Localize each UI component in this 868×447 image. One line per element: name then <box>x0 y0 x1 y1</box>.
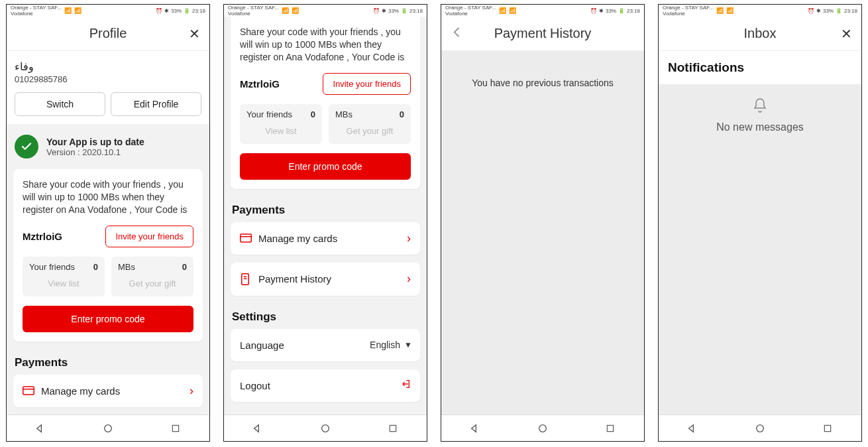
manage-cards-item[interactable]: Manage my cards › <box>231 222 420 255</box>
svg-marker-17 <box>689 424 694 432</box>
svg-point-3 <box>105 424 112 432</box>
edit-profile-button[interactable]: Edit Profile <box>111 92 201 116</box>
language-value: English <box>370 340 400 350</box>
svg-point-18 <box>757 424 764 432</box>
screen-profile: Orange - STAY SAF... Vodafone 📶 📶 ⏰ ✱ 33… <box>6 4 210 442</box>
receipt-icon <box>240 273 258 285</box>
app-version-notice: Your App is up to date Version : 2020.10… <box>7 124 209 169</box>
mbs-label: MBs <box>335 109 353 119</box>
nav-recent-icon[interactable] <box>386 422 400 435</box>
share-description: Share your code with your friends , you … <box>23 178 193 216</box>
user-phone: 01029885786 <box>15 74 201 84</box>
bluetooth-icon: ✱ <box>816 8 821 14</box>
svg-marker-11 <box>254 424 259 432</box>
battery-percent: 33% <box>171 8 182 14</box>
svg-rect-4 <box>172 425 178 431</box>
view-list-button[interactable]: View list <box>29 276 98 291</box>
get-gift-button[interactable]: Get your gift <box>335 123 404 139</box>
back-icon[interactable] <box>451 25 464 42</box>
carrier-label-2: Vodafone <box>228 11 279 17</box>
switch-button[interactable]: Switch <box>15 92 105 116</box>
manage-cards-item[interactable]: Manage my cards › <box>13 375 203 407</box>
referral-code: MztrloiG <box>240 78 280 90</box>
payment-history-item[interactable]: Payment History › <box>231 263 420 296</box>
nav-back-icon[interactable] <box>251 422 264 435</box>
bluetooth-icon: ✱ <box>164 8 169 14</box>
manage-cards-label: Manage my cards <box>258 233 337 244</box>
carrier-label: Orange - STAY SAF... <box>445 5 496 11</box>
signal-icon-2: 📶 <box>292 7 299 14</box>
carrier-label-2: Vodafone <box>663 11 714 17</box>
svg-rect-16 <box>607 425 613 431</box>
language-item[interactable]: Language English ▼ <box>231 329 420 361</box>
svg-point-15 <box>539 424 547 432</box>
page-title: Inbox <box>744 26 777 41</box>
chevron-right-icon: › <box>407 231 411 245</box>
logout-icon <box>400 379 411 393</box>
screen-inbox: Orange - STAY SAF... Vodafone 📶 📶 ⏰ ✱ 33… <box>658 4 862 442</box>
app-header: Profile ✕ <box>7 17 209 51</box>
close-icon[interactable]: ✕ <box>189 27 200 40</box>
invite-friends-button[interactable]: Invite your friends <box>105 225 193 247</box>
page-title: Payment History <box>494 26 592 41</box>
signal-icon: 📶 <box>64 7 72 14</box>
nav-recent-icon[interactable] <box>604 422 617 435</box>
invite-friends-button[interactable]: Invite your friends <box>323 73 411 95</box>
chevron-right-icon: › <box>190 384 193 398</box>
svg-point-12 <box>322 424 329 432</box>
nav-home-icon[interactable] <box>101 422 115 435</box>
status-bar: Orange - STAY SAF... Vodafone 📶 📶 ⏰ ✱ 33… <box>7 5 209 17</box>
page-title: Profile <box>89 26 127 41</box>
alarm-icon: ⏰ <box>808 8 814 14</box>
logout-item[interactable]: Logout <box>231 369 420 402</box>
referral-code: MztrloiG <box>23 231 62 242</box>
nav-recent-icon[interactable] <box>169 422 182 435</box>
chevron-down-icon: ▼ <box>404 340 412 350</box>
svg-rect-13 <box>390 425 396 431</box>
carrier-label-2: Vodafone <box>445 11 496 17</box>
view-list-button[interactable]: View list <box>246 123 315 139</box>
carrier-label: Orange - STAY SAF... <box>228 5 279 11</box>
enter-promo-button[interactable]: Enter promo code <box>240 153 411 180</box>
battery-percent: 33% <box>823 8 834 14</box>
battery-icon: 🔋 <box>618 8 625 14</box>
get-gift-button[interactable]: Get your gift <box>118 276 187 291</box>
alarm-icon: ⏰ <box>373 8 380 14</box>
empty-inbox: No new messages <box>659 84 861 147</box>
android-nav-bar <box>7 415 209 441</box>
status-bar: Orange - STAY SAF... Vodafone 📶 📶 ⏰ ✱ 33… <box>659 5 861 17</box>
nav-home-icon[interactable] <box>536 422 549 435</box>
mbs-count: 0 <box>400 109 404 119</box>
signal-icon-2: 📶 <box>726 7 733 14</box>
payments-section-title: Payments <box>224 197 427 222</box>
nav-recent-icon[interactable] <box>821 422 834 435</box>
uptodate-title: Your App is up to date <box>46 137 144 147</box>
clock: 23:18 <box>844 8 857 14</box>
payments-section-title: Payments <box>7 350 209 375</box>
chevron-right-icon: › <box>407 272 411 286</box>
close-icon[interactable]: ✕ <box>841 27 852 40</box>
signal-icon: 📶 <box>282 7 289 14</box>
svg-rect-0 <box>23 387 34 395</box>
logout-label: Logout <box>240 380 270 391</box>
nav-home-icon[interactable] <box>319 422 332 435</box>
screen-profile-scrolled: Orange - STAY SAF... Vodafone 📶 📶 ⏰ ✱ 33… <box>223 4 427 442</box>
carrier-label: Orange - STAY SAF... <box>663 5 714 11</box>
status-bar: Orange - STAY SAF... Vodafone 📶 📶 ⏰ ✱ 33… <box>224 5 427 17</box>
no-messages-text: No new messages <box>665 121 855 133</box>
referral-card: Share your code with your friends , you … <box>231 17 420 189</box>
nav-back-icon[interactable] <box>686 422 699 435</box>
nav-home-icon[interactable] <box>753 422 767 435</box>
manage-cards-label: Manage my cards <box>41 385 120 397</box>
alarm-icon: ⏰ <box>590 8 597 14</box>
mbs-count: 0 <box>182 262 187 272</box>
bell-icon <box>665 97 855 117</box>
app-header: Payment History <box>441 17 644 51</box>
screen-payment-history: Orange - STAY SAF... Vodafone 📶 📶 ⏰ ✱ 33… <box>441 4 645 442</box>
enter-promo-button[interactable]: Enter promo code <box>23 306 193 332</box>
nav-back-icon[interactable] <box>34 422 47 435</box>
nav-back-icon[interactable] <box>468 422 482 435</box>
android-nav-bar <box>659 415 861 441</box>
battery-percent: 33% <box>388 8 399 14</box>
settings-section-title: Settings <box>224 304 427 329</box>
